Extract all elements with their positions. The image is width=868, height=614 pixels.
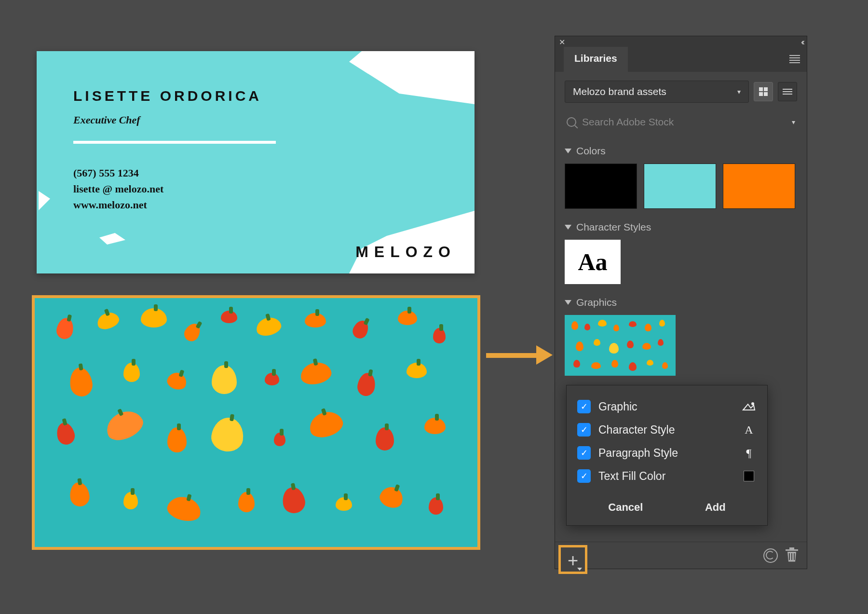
graphic-icon (741, 401, 757, 412)
pepper (123, 492, 138, 509)
pepper (210, 415, 246, 453)
annotation-arrow (486, 345, 554, 365)
card-divider (73, 141, 276, 144)
pepper (356, 371, 377, 397)
cancel-button[interactable]: Cancel (598, 496, 652, 518)
panel-menu-icon[interactable] (789, 54, 800, 67)
pepper (429, 497, 443, 515)
chevron-down-icon: ▾ (737, 88, 741, 96)
add-button[interactable]: Add (695, 496, 735, 518)
pepper (336, 497, 352, 511)
option-text-fill-color[interactable]: ✓ Text Fill Color (577, 464, 757, 488)
creative-cloud-icon[interactable] (763, 548, 778, 563)
library-select-value: Melozo brand assets (573, 86, 666, 97)
pepper (281, 486, 307, 515)
pepper (123, 363, 140, 382)
add-content-button[interactable]: + (558, 545, 587, 574)
pepper (254, 315, 283, 338)
pepper (141, 308, 167, 327)
paragraph-style-icon: ¶ (741, 447, 757, 460)
pepper (182, 321, 203, 344)
pepper (350, 318, 371, 341)
trash-icon[interactable] (787, 549, 797, 562)
pepper (102, 406, 147, 445)
svg-point-0 (751, 402, 754, 405)
library-select[interactable]: Melozo brand assets ▾ (565, 81, 749, 103)
pepper (376, 427, 394, 450)
pepper (68, 481, 91, 507)
option-character-style[interactable]: ✓ Character Style A (577, 418, 757, 441)
grid-view-button[interactable] (754, 82, 773, 101)
pepper (212, 365, 237, 394)
pepper (433, 328, 446, 343)
option-paragraph-style[interactable]: ✓ Paragraph Style ¶ (577, 441, 757, 464)
pepper (424, 418, 446, 434)
pepper (167, 427, 187, 452)
close-icon[interactable]: ✕ (559, 38, 565, 47)
checkbox-checked[interactable]: ✓ (577, 446, 591, 460)
pepper (274, 433, 285, 446)
section-graphics-header[interactable]: Graphics (565, 297, 797, 308)
card-website: www.melozo.net (73, 197, 276, 213)
color-swatch-black[interactable] (565, 164, 637, 209)
pepper (265, 373, 279, 385)
chevron-down-icon: ▾ (792, 118, 795, 126)
add-content-popup: ✓ Graphic ✓ Character Style A ✓ Paragrap… (566, 385, 768, 526)
pepper (95, 310, 121, 332)
color-swatch-orange[interactable] (723, 164, 795, 209)
pepper (305, 313, 326, 327)
pepper (238, 492, 255, 512)
search-icon (567, 117, 576, 127)
section-colors-header[interactable]: Colors (565, 145, 797, 157)
color-swatch-teal[interactable] (644, 164, 716, 209)
pepper (221, 311, 237, 323)
tab-libraries[interactable]: Libraries (564, 47, 628, 73)
section-charstyles-header[interactable]: Character Styles (565, 221, 797, 233)
disclosure-triangle-icon (565, 300, 571, 305)
disclosure-triangle-icon (565, 149, 571, 153)
pepper (55, 316, 75, 341)
pepper (377, 484, 406, 511)
pepper (165, 370, 189, 392)
checkbox-checked[interactable]: ✓ (577, 423, 591, 437)
selected-image-frame[interactable] (32, 295, 480, 550)
plus-icon: + (568, 551, 578, 570)
graphic-asset-thumbnail[interactable] (565, 315, 676, 376)
list-view-button[interactable] (778, 82, 797, 101)
card-email: lisette @ melozo.net (73, 181, 276, 197)
card-job-title: Executive Chef (73, 114, 276, 126)
collapse-panel-icon[interactable]: ‹‹ (801, 37, 803, 47)
checkbox-checked[interactable]: ✓ (577, 400, 591, 413)
business-card-artboard: LISETTE ORDORICA Executive Chef (567) 55… (37, 51, 475, 273)
disclosure-triangle-icon (565, 225, 571, 230)
checkbox-checked[interactable]: ✓ (577, 469, 591, 483)
pepper (407, 363, 427, 378)
character-style-tile[interactable]: Aa (565, 240, 621, 284)
pepper (54, 421, 77, 446)
pepper (306, 408, 346, 441)
character-style-icon: A (741, 423, 757, 437)
option-graphic[interactable]: ✓ Graphic (577, 395, 757, 418)
pepper (165, 493, 204, 524)
card-phone: (567) 555 1234 (73, 165, 276, 181)
search-placeholder: Search Adobe Stock (582, 116, 786, 128)
card-name: LISETTE ORDORICA (73, 88, 276, 104)
pepper (68, 367, 94, 398)
card-logo-text: MELOZO (355, 243, 456, 261)
search-stock-input[interactable]: Search Adobe Stock ▾ (565, 111, 797, 133)
pepper (298, 360, 333, 387)
pepper (398, 311, 417, 325)
fill-color-swatch-icon (741, 471, 757, 481)
